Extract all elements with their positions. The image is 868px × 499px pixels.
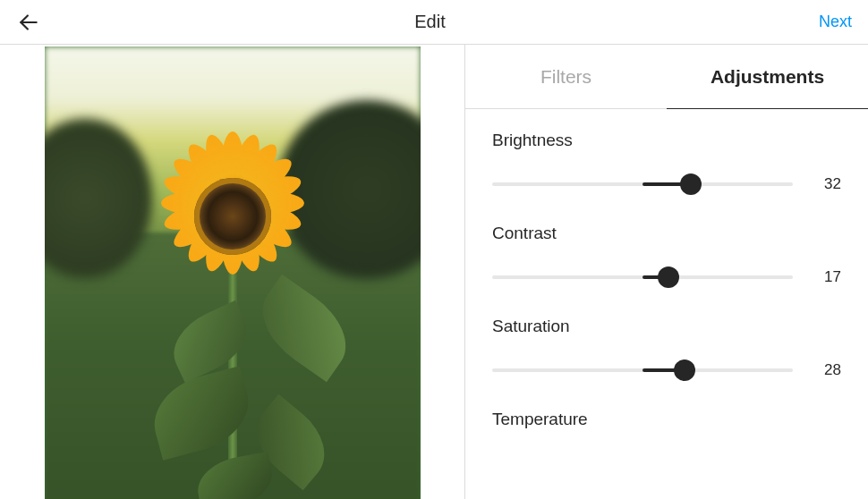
slider-row: 17 xyxy=(492,268,841,286)
page-title: Edit xyxy=(414,12,445,32)
slider-group-saturation: Saturation28 xyxy=(492,317,841,379)
slider-thumb[interactable] xyxy=(658,266,679,288)
back-button[interactable] xyxy=(16,10,41,35)
slider-group-contrast: Contrast17 xyxy=(492,224,841,286)
slider-thumb[interactable] xyxy=(680,173,702,195)
photo-preview-panel xyxy=(0,45,465,499)
back-arrow-icon xyxy=(17,11,40,34)
main: Filters Adjustments Brightness32Contrast… xyxy=(0,45,868,499)
slider-label: Contrast xyxy=(492,224,841,243)
edit-panel: Filters Adjustments Brightness32Contrast… xyxy=(465,45,868,499)
next-button[interactable]: Next xyxy=(819,13,852,31)
photo-preview[interactable] xyxy=(45,47,421,499)
tabs: Filters Adjustments xyxy=(465,45,868,109)
tab-adjustments[interactable]: Adjustments xyxy=(667,45,868,109)
slider-label: Temperature xyxy=(492,410,841,429)
slider-value: 17 xyxy=(814,268,841,286)
header: Edit Next xyxy=(0,0,868,45)
slider-label: Saturation xyxy=(492,317,841,336)
slider-track[interactable] xyxy=(492,275,793,279)
slider-row: 28 xyxy=(492,361,841,379)
slider-value: 28 xyxy=(814,361,841,379)
slider-track[interactable] xyxy=(492,368,793,372)
slider-row: 32 xyxy=(492,175,841,193)
slider-thumb[interactable] xyxy=(674,359,695,381)
slider-track[interactable] xyxy=(492,182,793,186)
adjustments-list: Brightness32Contrast17Saturation28Temper… xyxy=(465,109,868,460)
tab-filters[interactable]: Filters xyxy=(465,45,667,109)
slider-value: 32 xyxy=(814,175,841,193)
slider-label: Brightness xyxy=(492,131,841,150)
slider-group-temperature: Temperature xyxy=(492,410,841,429)
slider-group-brightness: Brightness32 xyxy=(492,131,841,193)
